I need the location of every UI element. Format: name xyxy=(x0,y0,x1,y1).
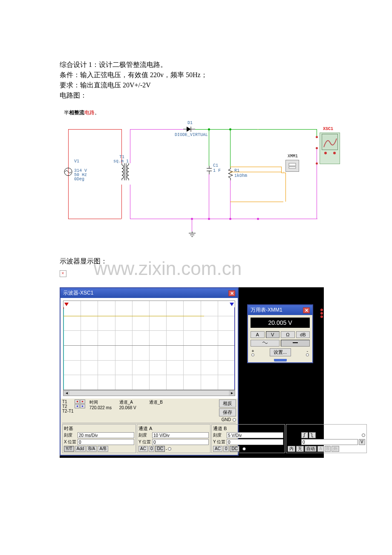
trigger-panel: 触发 沿 水平 V xyxy=(286,424,367,453)
meter-dc-button[interactable] xyxy=(281,340,310,347)
save-button[interactable]: 保存 xyxy=(219,408,236,416)
cha-scale-input[interactable] xyxy=(152,432,209,438)
v1-phase: 0Deg xyxy=(74,177,84,182)
scope-display[interactable] xyxy=(63,301,235,390)
t2-left-icon[interactable]: ◂ xyxy=(75,404,80,408)
scroll-left-icon[interactable]: ◂ xyxy=(63,390,69,396)
t1-label: T1 xyxy=(62,399,74,404)
ba-button[interactable]: B/A xyxy=(86,446,97,452)
svg-rect-16 xyxy=(289,167,296,168)
trigger-ext-terminal[interactable] xyxy=(362,434,365,437)
doc-line-3: 要求：输出直流电压 20V+/-2V xyxy=(60,80,349,90)
d1-label: D1 xyxy=(187,121,193,125)
meter-ohm-button[interactable]: Ω xyxy=(281,331,295,338)
chb-scale-input[interactable] xyxy=(227,432,283,438)
trg-b-button[interactable]: B xyxy=(325,446,331,452)
meter-title-bar[interactable]: 万用表-XMM1 ✕ xyxy=(248,305,312,315)
oscilloscope-window: 示波器-XSC1 ✕ xyxy=(60,287,239,456)
t1-right-icon[interactable]: ▸ xyxy=(80,399,85,404)
ac-wave-icon xyxy=(262,341,268,345)
cha-neg: - xyxy=(166,447,167,451)
add-button[interactable]: Add xyxy=(75,446,86,452)
xsc1-terminal-top xyxy=(316,136,318,138)
trigger-head: 触发 xyxy=(288,425,297,431)
meter-drag-handle[interactable] xyxy=(274,359,287,361)
capacitor-icon xyxy=(206,166,213,174)
t2-right-icon[interactable]: ▸ xyxy=(80,404,85,408)
t2-label: T2 xyxy=(62,404,74,409)
r1-label: R1 xyxy=(234,168,239,173)
yt-button[interactable]: Y/T xyxy=(64,446,74,452)
tb-scale-label: 刻度 xyxy=(64,432,77,438)
cha-dc-button[interactable]: DC xyxy=(155,446,164,452)
meter-db-button[interactable]: dB xyxy=(296,331,310,338)
xsc1-terminal-bot xyxy=(316,162,318,165)
level-input[interactable] xyxy=(301,439,358,445)
scope-trace-a xyxy=(63,316,204,316)
time-header: 时间 xyxy=(89,399,98,405)
scope-title-text: 示波器-XSC1 xyxy=(63,289,93,297)
dc-line-icon xyxy=(292,341,298,345)
meter-close-icon[interactable]: ✕ xyxy=(303,307,310,313)
meter-minus-label: - xyxy=(307,349,308,353)
trg-int-button[interactable]: 内 xyxy=(288,446,295,452)
transformer-icon xyxy=(118,163,133,185)
chb-ypos-input[interactable] xyxy=(227,439,283,445)
ab-button[interactable]: A/B xyxy=(98,446,108,452)
xmm1-instrument[interactable] xyxy=(285,160,299,172)
t1-ratio: sq.m 1 xyxy=(113,159,129,164)
trg-none-button[interactable]: 无 xyxy=(296,446,304,452)
d1-model: DIODE_VIRTUAL xyxy=(175,133,208,137)
meter-a-button[interactable]: A xyxy=(251,331,265,338)
cha-ypos-input[interactable] xyxy=(152,439,209,445)
c1-value: 1 F xyxy=(213,168,221,173)
meter-ac-button[interactable] xyxy=(251,340,280,347)
r1-value: 1kOhm xyxy=(234,173,247,178)
chb-dc-button[interactable]: DC xyxy=(230,446,239,452)
close-icon[interactable]: ✕ xyxy=(228,290,235,296)
cha-0-button[interactable]: 0 xyxy=(149,446,155,452)
t2t1-label: T2-T1 xyxy=(62,409,74,413)
multimeter-icon xyxy=(288,162,297,169)
meter-v-button[interactable]: V xyxy=(266,331,280,338)
cha-scale-label: 刻度 xyxy=(138,432,151,438)
chb-ac-button[interactable]: AC xyxy=(213,446,222,452)
svg-rect-15 xyxy=(289,163,296,166)
meter-plus-terminal[interactable] xyxy=(251,353,254,356)
trg-ext-button[interactable]: 外 xyxy=(331,446,339,452)
cha-ac-button[interactable]: AC xyxy=(138,446,148,452)
tb-xpos-input[interactable] xyxy=(78,439,134,445)
scope-scrollbar[interactable]: ◂ ▸ xyxy=(63,390,235,396)
xsc1-jack-a xyxy=(324,152,327,154)
reverse-button[interactable]: 相反 xyxy=(219,399,236,408)
doc-line-4: 电路图： xyxy=(60,90,349,101)
doc-line-2: 条件：输入正弦电压，有效值 220v，频率 50Hz； xyxy=(60,70,349,80)
meter-setup-button[interactable]: 设置... xyxy=(270,348,291,356)
multimeter-window: 万用表-XMM1 ✕ 20.005 V A V Ω dB + xyxy=(247,304,313,363)
scroll-right-icon[interactable]: ▸ xyxy=(229,390,235,396)
edge-markers xyxy=(320,308,324,321)
edge-fall-button[interactable] xyxy=(309,432,316,438)
gnd-radio[interactable] xyxy=(233,418,236,422)
chb-head: 通道 B xyxy=(213,425,227,431)
chb-scale-label: 刻度 xyxy=(213,432,226,438)
tb-scale-input[interactable] xyxy=(78,432,134,438)
t1-left-icon[interactable]: ◂ xyxy=(75,399,80,404)
chb-0-button[interactable]: 0 xyxy=(223,446,229,452)
ground-icon xyxy=(188,231,196,237)
channel-a-panel: 通道 A 刻度 Y 位置 AC 0 DC xyxy=(137,424,210,453)
meter-minus-terminal[interactable] xyxy=(306,353,309,356)
trg-a-button[interactable]: A xyxy=(317,446,324,452)
c1-label: C1 xyxy=(213,163,218,168)
scope-title-bar[interactable]: 示波器-XSC1 ✕ xyxy=(61,288,238,298)
edge-rise-button[interactable] xyxy=(301,432,308,438)
cursor-t1-icon[interactable] xyxy=(64,302,69,307)
trg-auto-button[interactable]: 自动 xyxy=(305,446,317,452)
chb-ypos-label: Y 位置 xyxy=(213,439,226,445)
chb-terminal[interactable] xyxy=(242,447,246,451)
xsc1-instrument[interactable] xyxy=(320,133,340,164)
cha-terminal[interactable] xyxy=(168,447,171,451)
oscilloscope-icon xyxy=(322,134,338,150)
cursor-t2-icon[interactable] xyxy=(230,302,234,307)
chb-neg: - xyxy=(240,447,242,451)
